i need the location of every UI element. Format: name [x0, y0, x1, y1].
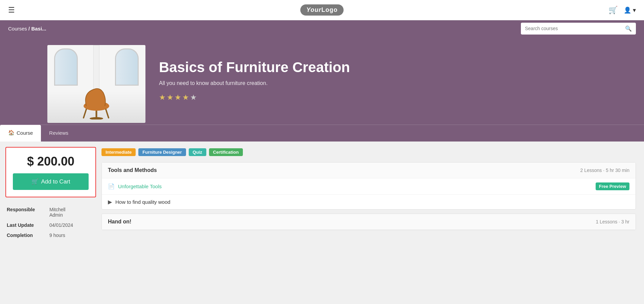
tags-container: Intermediate Furniture Designer Quiz Cer…: [101, 148, 636, 156]
course-meta: Responsible Mitchell Admin Last Update 0…: [5, 204, 96, 245]
hamburger-menu-icon[interactable]: ☰: [8, 6, 15, 15]
tab-course-label: Course: [17, 130, 33, 136]
logo-container: YourLogo: [300, 4, 344, 16]
main-content: $ 200.00 🛒 Add to Cart Responsible Mitch…: [0, 142, 644, 251]
responsible-value: Mitchell Admin: [49, 207, 65, 218]
nav-right-icons: 🛒 👤 ▾: [608, 6, 636, 15]
responsible-label: Responsible: [7, 207, 44, 218]
meta-completion-row: Completion 9 hours: [7, 233, 95, 238]
search-button[interactable]: 🔍: [621, 23, 636, 35]
chair-illustration: [76, 82, 117, 120]
section-2-title: Hand on!: [108, 219, 131, 225]
star-1: ★: [159, 93, 166, 102]
sidebar: $ 200.00 🛒 Add to Cart Responsible Mitch…: [0, 142, 101, 251]
completion-label: Completion: [7, 233, 44, 238]
star-rating: ★ ★ ★ ★ ★: [159, 93, 350, 102]
meta-lastupdate-row: Last Update 04/01/2024: [7, 222, 95, 228]
star-4: ★: [182, 93, 189, 102]
user-account-icon[interactable]: 👤 ▾: [624, 6, 636, 14]
completion-value: 9 hours: [49, 233, 65, 238]
star-3: ★: [175, 93, 181, 102]
logo-logo: Logo: [321, 6, 338, 13]
svg-line-2: [106, 109, 109, 118]
search-input[interactable]: [521, 23, 621, 34]
course-image: [47, 45, 145, 123]
logo-your: Your: [306, 6, 321, 13]
play-icon: ▶: [108, 199, 112, 205]
price-card: $ 200.00 🛒 Add to Cart: [5, 147, 96, 197]
hero-section: Basics of Furniture Creation All you nee…: [0, 37, 644, 125]
tab-reviews[interactable]: Reviews: [41, 125, 76, 142]
breadcrumb: Courses / Basi...: [8, 26, 46, 31]
search-bar: 🔍: [521, 23, 636, 35]
breadcrumb-bar: Courses / Basi... 🔍: [0, 20, 644, 37]
home-icon: 🏠: [8, 130, 15, 136]
tab-reviews-label: Reviews: [49, 130, 68, 136]
add-to-cart-button[interactable]: 🛒 Add to Cart: [13, 173, 89, 190]
doc-icon: 📄: [108, 183, 115, 190]
free-preview-badge[interactable]: Free Preview: [596, 182, 629, 190]
add-to-cart-label: Add to Cart: [41, 178, 70, 185]
section-2-meta: 1 Lessons · 3 hr: [596, 219, 629, 224]
cart-icon[interactable]: 🛒: [608, 6, 618, 15]
lesson-row-1: 📄 Unforgettable Tools Free Preview: [102, 178, 636, 195]
cart-icon-btn: 🛒: [31, 178, 39, 185]
section-hand-on: Hand on! 1 Lessons · 3 hr: [101, 214, 636, 230]
window-right-decoration: [115, 48, 139, 86]
site-logo[interactable]: YourLogo: [300, 4, 344, 16]
tag-certification[interactable]: Certification: [209, 148, 243, 156]
meta-responsible-row: Responsible Mitchell Admin: [7, 207, 95, 218]
tag-intermediate[interactable]: Intermediate: [101, 148, 136, 156]
course-subtitle: All you need to know about furniture cre…: [159, 80, 350, 86]
section-header-1: Tools and Methods 2 Lessons · 5 hr 30 mi…: [102, 162, 636, 178]
last-update-value: 04/01/2024: [49, 222, 73, 228]
section-1-title: Tools and Methods: [108, 167, 157, 173]
course-title: Basics of Furniture Creation: [159, 59, 350, 75]
star-2: ★: [167, 93, 174, 102]
course-price: $ 200.00: [13, 154, 89, 169]
top-navigation: ☰ YourLogo 🛒 👤 ▾: [0, 0, 644, 20]
tabs-bar: 🏠 Course Reviews: [0, 125, 644, 142]
svg-line-1: [84, 109, 86, 118]
lesson-1-left: 📄 Unforgettable Tools: [108, 183, 162, 190]
section-1-meta: 2 Lessons · 5 hr 30 min: [580, 168, 629, 173]
lesson-1-link[interactable]: Unforgettable Tools: [118, 183, 162, 189]
tag-furniture-designer[interactable]: Furniture Designer: [138, 148, 186, 156]
last-update-label: Last Update: [7, 222, 44, 228]
breadcrumb-courses-link[interactable]: Courses: [8, 26, 27, 31]
star-5: ★: [190, 93, 197, 102]
section-tools-and-methods: Tools and Methods 2 Lessons · 5 hr 30 mi…: [101, 162, 636, 210]
hero-content: Basics of Furniture Creation All you nee…: [145, 49, 364, 112]
section-header-2: Hand on! 1 Lessons · 3 hr: [102, 214, 636, 230]
lesson-row-2: ▶ How to find quality wood: [102, 195, 636, 209]
course-content-area: Intermediate Furniture Designer Quiz Cer…: [101, 142, 644, 251]
window-left-decoration: [54, 48, 78, 86]
breadcrumb-current: Basi...: [31, 26, 46, 31]
lesson-2-left: ▶ How to find quality wood: [108, 199, 170, 205]
lesson-2-text: How to find quality wood: [115, 199, 170, 205]
tab-course[interactable]: 🏠 Course: [0, 125, 41, 142]
tag-quiz[interactable]: Quiz: [189, 148, 206, 156]
